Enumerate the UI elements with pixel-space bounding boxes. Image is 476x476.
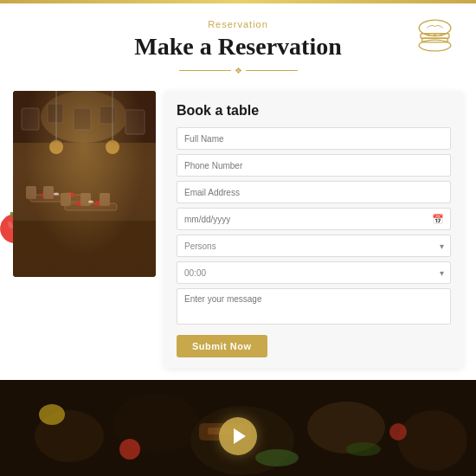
svg-rect-24 [80, 193, 91, 206]
svg-point-20 [93, 201, 106, 206]
svg-point-42 [398, 410, 467, 471]
main-content: Book a table 📅 Persons 1 Person 2 Person… [0, 91, 476, 368]
svg-rect-30 [125, 110, 145, 134]
svg-point-5 [434, 34, 436, 36]
play-button[interactable] [219, 417, 257, 455]
date-input[interactable] [177, 208, 451, 230]
svg-rect-14 [30, 195, 82, 202]
persons-select-wrapper: Persons 1 Person 2 Persons 3 Persons 4 P… [177, 235, 451, 257]
svg-rect-11 [13, 91, 156, 143]
date-row: 📅 [177, 208, 451, 230]
svg-point-4 [428, 34, 430, 36]
header-subtitle: Reservation [0, 19, 476, 29]
divider-line-right [246, 70, 298, 71]
burger-icon [411, 12, 459, 60]
content-wrapper: Book a table 📅 Persons 1 Person 2 Person… [0, 91, 476, 476]
svg-point-31 [49, 140, 63, 154]
svg-point-43 [255, 449, 299, 466]
divider-diamond: ❖ [235, 66, 242, 75]
decorative-divider: ❖ [0, 66, 476, 75]
svg-point-36 [88, 201, 93, 203]
message-textarea[interactable] [177, 288, 451, 325]
email-input[interactable] [177, 181, 451, 203]
svg-rect-25 [100, 193, 110, 206]
svg-point-18 [63, 192, 75, 197]
svg-rect-10 [13, 91, 156, 277]
svg-rect-26 [22, 108, 39, 130]
svg-point-32 [106, 140, 119, 154]
svg-rect-28 [74, 108, 91, 130]
submit-button[interactable]: Submit Now [177, 335, 267, 357]
svg-rect-15 [65, 203, 117, 210]
svg-point-17 [41, 192, 55, 197]
restaurant-image [13, 91, 156, 277]
time-select-wrapper: 00:00 12:00 12:30 13:00 18:00 19:00 20:0… [177, 261, 451, 284]
svg-point-44 [346, 442, 381, 456]
play-icon [234, 428, 246, 444]
svg-rect-22 [43, 186, 54, 199]
form-title: Book a table [177, 103, 451, 119]
svg-rect-16 [22, 212, 69, 217]
reservation-form: Book a table 📅 Persons 1 Person 2 Person… [164, 91, 463, 368]
svg-point-35 [54, 193, 59, 196]
time-select[interactable]: 00:00 12:00 12:30 13:00 18:00 19:00 20:0… [177, 261, 451, 284]
svg-point-12 [41, 91, 127, 143]
svg-point-6 [440, 34, 442, 36]
svg-point-19 [75, 201, 89, 206]
svg-rect-13 [13, 221, 156, 277]
svg-point-47 [39, 404, 65, 425]
phone-input[interactable] [177, 154, 451, 177]
svg-point-46 [389, 423, 407, 441]
divider-line-left [179, 70, 231, 71]
header-section: Reservation Make a Reservation ❖ [0, 3, 476, 91]
svg-rect-23 [61, 193, 71, 206]
page-title: Make a Reservation [0, 33, 476, 61]
svg-point-3 [419, 40, 451, 51]
svg-rect-27 [48, 104, 63, 123]
video-section [0, 380, 476, 476]
svg-rect-29 [100, 106, 115, 124]
full-name-input[interactable] [177, 127, 451, 150]
persons-select[interactable]: Persons 1 Person 2 Persons 3 Persons 4 P… [177, 235, 451, 257]
svg-point-45 [119, 439, 140, 460]
svg-rect-21 [26, 186, 36, 199]
